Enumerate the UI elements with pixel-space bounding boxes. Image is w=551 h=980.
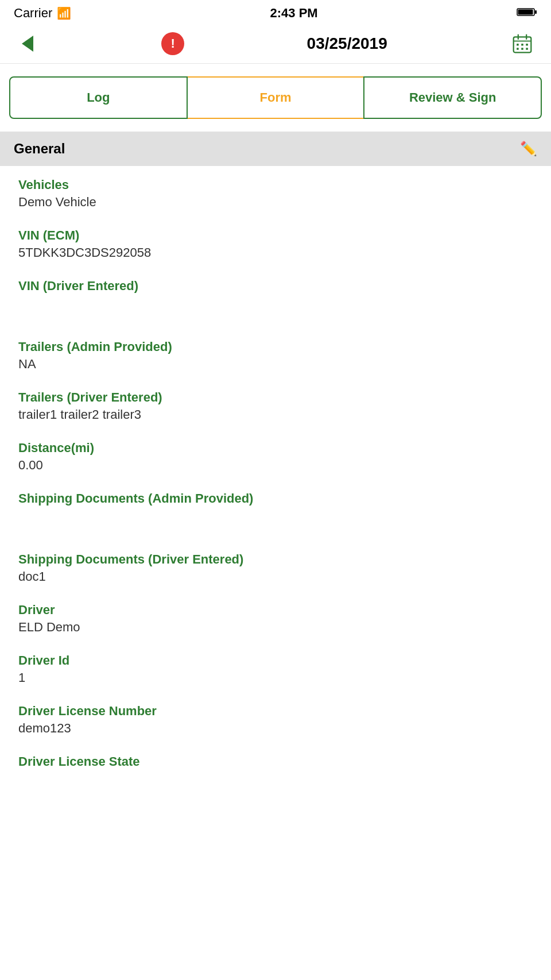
tab-bar: Log Form Review & Sign — [9, 76, 542, 119]
value-trailers-admin: NA — [18, 357, 533, 372]
general-content: Vehicles Demo Vehicle VIN (ECM) 5TDKK3DC… — [0, 166, 551, 793]
label-vin-ecm: VIN (ECM) — [18, 228, 533, 243]
nav-bar: ! 03/25/2019 — [0, 24, 551, 64]
field-distance: Distance(mi) 0.00 — [18, 429, 533, 480]
field-driver-license-number: Driver License Number demo123 — [18, 692, 533, 743]
field-driver: Driver ELD Demo — [18, 591, 533, 642]
wifi-icon: 📶 — [57, 6, 71, 20]
value-vehicles: Demo Vehicle — [18, 195, 533, 210]
field-vehicles: Vehicles Demo Vehicle — [18, 166, 533, 217]
label-distance: Distance(mi) — [18, 441, 533, 456]
label-trailers-driver: Trailers (Driver Entered) — [18, 390, 533, 405]
label-trailers-admin: Trailers (Admin Provided) — [18, 339, 533, 354]
back-button[interactable] — [16, 32, 39, 55]
value-vin-ecm: 5TDKK3DC3DS292058 — [18, 245, 533, 260]
carrier-text: Carrier — [14, 6, 52, 21]
field-vin-ecm: VIN (ECM) 5TDKK3DC3DS292058 — [18, 217, 533, 267]
edit-icon[interactable]: ✏️ — [520, 141, 537, 157]
calendar-button[interactable] — [510, 31, 535, 56]
battery-icon — [517, 7, 537, 20]
label-shipping-admin: Shipping Documents (Admin Provided) — [18, 491, 533, 506]
label-vehicles: Vehicles — [18, 178, 533, 192]
value-shipping-admin — [18, 508, 533, 523]
label-shipping-driver: Shipping Documents (Driver Entered) — [18, 552, 533, 567]
label-driver-id: Driver Id — [18, 653, 533, 668]
label-driver-license-state: Driver License State — [18, 754, 533, 769]
label-driver: Driver — [18, 603, 533, 618]
value-driver-license-state — [18, 771, 533, 786]
general-section-header: General ✏️ — [0, 132, 551, 166]
alert-icon: ! — [171, 36, 175, 51]
nav-date: 03/25/2019 — [307, 34, 387, 53]
field-trailers-driver: Trailers (Driver Entered) trailer1 trail… — [18, 379, 533, 429]
label-driver-license-number: Driver License Number — [18, 704, 533, 719]
tab-form[interactable]: Form — [188, 76, 364, 119]
value-driver-id: 1 — [18, 670, 533, 685]
svg-rect-10 — [517, 48, 519, 50]
label-vin-driver: VIN (Driver Entered) — [18, 279, 533, 294]
svg-rect-8 — [521, 44, 523, 46]
status-bar: Carrier 📶 2:43 PM — [0, 0, 551, 24]
value-driver-license-number: demo123 — [18, 721, 533, 736]
alert-button[interactable]: ! — [161, 32, 184, 55]
tab-log[interactable]: Log — [9, 76, 188, 119]
general-title: General — [14, 141, 65, 157]
field-trailers-admin: Trailers (Admin Provided) NA — [18, 328, 533, 379]
tab-review-sign[interactable]: Review & Sign — [363, 76, 542, 119]
svg-rect-2 — [518, 9, 533, 14]
svg-rect-12 — [526, 48, 528, 50]
back-arrow-icon — [22, 36, 33, 52]
value-distance: 0.00 — [18, 458, 533, 473]
svg-rect-7 — [517, 44, 519, 46]
value-driver: ELD Demo — [18, 620, 533, 635]
svg-rect-11 — [521, 48, 523, 50]
value-trailers-driver: trailer1 trailer2 trailer3 — [18, 407, 533, 422]
field-shipping-driver: Shipping Documents (Driver Entered) doc1 — [18, 541, 533, 591]
field-vin-driver: VIN (Driver Entered) — [18, 267, 533, 318]
field-shipping-admin: Shipping Documents (Admin Provided) — [18, 480, 533, 530]
status-time: 2:43 PM — [270, 6, 318, 21]
svg-rect-9 — [526, 44, 528, 46]
svg-rect-1 — [535, 10, 537, 14]
field-driver-license-state: Driver License State — [18, 743, 533, 793]
carrier-label: Carrier 📶 — [14, 6, 71, 21]
value-shipping-driver: doc1 — [18, 569, 533, 584]
value-vin-driver — [18, 296, 533, 311]
field-driver-id: Driver Id 1 — [18, 642, 533, 692]
